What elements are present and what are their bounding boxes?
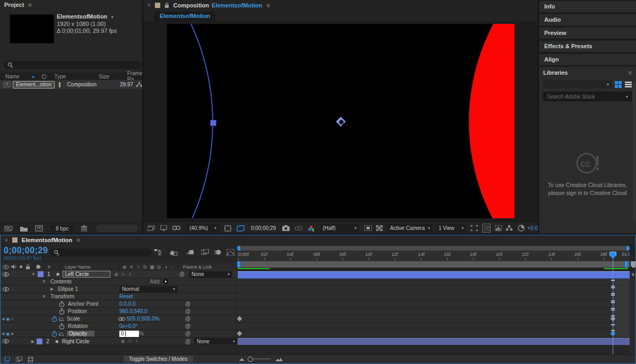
prop-row-position[interactable]: Position 960.0,540.0 @ bbox=[1, 308, 237, 315]
time-ruler[interactable]: 0:00f 02f 04f 06f 08f 10f 12f 14f 16f 18… bbox=[237, 251, 630, 262]
close-icon[interactable]: × bbox=[147, 2, 151, 8]
zoom-in-mountain-icon[interactable] bbox=[275, 357, 283, 362]
project-search-input[interactable] bbox=[4, 61, 141, 69]
playhead-line[interactable] bbox=[613, 251, 613, 354]
layer1-duration-bar[interactable] bbox=[238, 271, 630, 279]
expand-triangle[interactable]: ▼ bbox=[42, 294, 46, 299]
exposure-reset-icon[interactable] bbox=[482, 224, 491, 233]
position-value[interactable]: 960.0,540.0 bbox=[119, 308, 147, 314]
pickwhip-icon[interactable]: @ bbox=[185, 308, 190, 314]
mask-visibility-icon[interactable] bbox=[172, 226, 180, 231]
stopwatch-icon[interactable] bbox=[59, 301, 65, 307]
sidebar-scrollbar[interactable] bbox=[633, 83, 635, 220]
prop-row-anchor[interactable]: Anchor Point 0.0,0.0 @ bbox=[1, 300, 237, 308]
timeline-search-input[interactable] bbox=[50, 248, 152, 256]
opacity-edit-field[interactable]: 0 bbox=[119, 331, 139, 337]
next-keyframe-icon[interactable]: ▶ bbox=[11, 317, 14, 321]
quality-switch[interactable]: ⊕ bbox=[119, 339, 126, 344]
stopwatch-icon[interactable] bbox=[59, 323, 65, 330]
motion-blur-icon[interactable] bbox=[214, 249, 222, 255]
view-layout-dropdown[interactable]: 1 View▾ bbox=[436, 224, 467, 232]
panel-align[interactable]: Align bbox=[539, 54, 636, 65]
graph-toggle-icon[interactable] bbox=[59, 316, 64, 321]
project-table-header[interactable]: Name ▲ Type Size Frame Ra.. bbox=[0, 73, 142, 80]
flowchart-icon[interactable] bbox=[506, 225, 512, 231]
collapse-switch[interactable]: ☀ bbox=[126, 339, 133, 344]
collapse-switch[interactable]: ☀ bbox=[119, 272, 126, 277]
stopwatch-icon[interactable] bbox=[59, 308, 65, 315]
work-area-end[interactable] bbox=[625, 261, 628, 268]
path-vertex-handle[interactable] bbox=[210, 120, 216, 126]
add-button[interactable] bbox=[163, 279, 169, 285]
work-area-start[interactable] bbox=[237, 261, 240, 268]
zoom-dropdown[interactable]: (40.9%)▾ bbox=[187, 224, 219, 232]
reset-link[interactable]: Reset bbox=[119, 294, 133, 299]
shy-layers-icon[interactable] bbox=[186, 249, 194, 255]
pickwhip-icon[interactable]: @ bbox=[185, 323, 190, 329]
transparency-grid-icon[interactable] bbox=[376, 225, 383, 231]
pickwhip-icon[interactable]: @ bbox=[179, 271, 185, 277]
library-select-dropdown[interactable]: ▾ bbox=[543, 80, 612, 88]
next-keyframe-icon[interactable]: ▶ bbox=[11, 332, 14, 336]
always-preview-icon[interactable] bbox=[147, 225, 155, 231]
expand-triangle[interactable]: ▼ bbox=[31, 272, 36, 277]
panel-menu-icon[interactable]: ≡ bbox=[629, 69, 632, 76]
keyframe-toggle-icon[interactable]: ◆ bbox=[6, 331, 10, 336]
navigator-end-handle[interactable] bbox=[626, 246, 630, 251]
keyframe-toggle-icon[interactable]: ◆ bbox=[6, 316, 10, 322]
timeline-panel-header[interactable]: × ElementsofMotion ≡ bbox=[1, 235, 635, 245]
marker-icon[interactable] bbox=[630, 272, 635, 278]
timeline-zoom-knob[interactable] bbox=[248, 357, 253, 362]
prop-row-rotation[interactable]: Rotation 0x+0.0° @ bbox=[1, 323, 237, 330]
stopwatch-icon-active[interactable] bbox=[51, 331, 57, 337]
bpc-button[interactable]: 8 bpc bbox=[50, 225, 74, 232]
prop-row-transform[interactable]: ▼ Transform Reset bbox=[1, 293, 237, 300]
expand-layers-icon[interactable] bbox=[4, 357, 11, 362]
list-view-icon[interactable] bbox=[625, 82, 632, 87]
pickwhip-icon[interactable]: @ bbox=[185, 331, 190, 336]
navigator-start-handle[interactable] bbox=[237, 246, 240, 251]
grid-guides-icon[interactable] bbox=[224, 225, 231, 232]
eye-icon[interactable] bbox=[3, 272, 9, 277]
target-region-icon[interactable] bbox=[364, 225, 372, 231]
panel-info[interactable]: Info bbox=[539, 1, 636, 12]
composition-panel-header[interactable]: × Composition ElementsofMotion ≡ bbox=[143, 0, 538, 10]
expand-triangle[interactable]: ▶ bbox=[31, 339, 34, 344]
expand-render-icon[interactable] bbox=[28, 357, 33, 362]
panel-menu-icon[interactable]: ≡ bbox=[28, 0, 31, 10]
parent-dropdown[interactable]: None▾ bbox=[194, 338, 238, 344]
work-area-bar[interactable] bbox=[237, 261, 630, 268]
new-composition-icon[interactable] bbox=[35, 225, 43, 232]
layer-color-swatch[interactable] bbox=[37, 339, 42, 344]
time-navigator[interactable] bbox=[237, 246, 630, 251]
project-panel-header[interactable]: Project ≡ bbox=[0, 0, 142, 10]
project-item-name[interactable]: ElementsofMotion ▾ bbox=[57, 13, 117, 21]
eye-icon[interactable] bbox=[3, 287, 9, 291]
frame-blending-icon[interactable] bbox=[201, 249, 209, 255]
primary-viewer-icon[interactable] bbox=[160, 225, 167, 231]
panel-preview[interactable]: Preview bbox=[539, 28, 636, 39]
expand-in-out-icon[interactable] bbox=[16, 357, 22, 362]
blend-mode-dropdown[interactable]: Normal▾ bbox=[119, 286, 178, 292]
stopwatch-icon-active[interactable] bbox=[51, 316, 57, 322]
close-icon[interactable]: × bbox=[5, 237, 8, 243]
timeline-vscrollbar[interactable] bbox=[630, 271, 635, 354]
exposure-icon[interactable] bbox=[518, 225, 525, 232]
panel-menu-icon[interactable]: ≡ bbox=[76, 237, 80, 243]
anchor-point-gizmo[interactable] bbox=[336, 117, 346, 127]
panel-audio[interactable]: Audio bbox=[539, 14, 636, 25]
composition-mini-flowchart-icon[interactable] bbox=[154, 249, 162, 256]
parent-dropdown[interactable]: None▾ bbox=[189, 271, 232, 278]
toggle-switches-button[interactable]: Toggle Switches / Modes bbox=[124, 356, 193, 362]
timeline-column-header[interactable]: # Layer Name ⊕ ☀ \ fx ▦ ◎ ◑ ◌ Parent & L… bbox=[1, 263, 237, 271]
layer-row-left-circle[interactable]: ▼ 1 ★ Left Circle ⊕ ☀ / @ None▾ bbox=[1, 271, 237, 278]
current-timecode[interactable]: 0;00;00;29 bbox=[4, 246, 48, 255]
resolution-dropdown[interactable]: (Half)▾ bbox=[320, 224, 359, 232]
histogram-icon[interactable] bbox=[495, 225, 502, 231]
trash-icon[interactable] bbox=[81, 225, 87, 232]
layer-color-swatch[interactable] bbox=[38, 271, 43, 277]
panel-menu-icon[interactable]: ≡ bbox=[266, 2, 269, 8]
layer2-duration-bar[interactable] bbox=[238, 338, 630, 345]
pickwhip-icon[interactable]: @ bbox=[185, 316, 190, 322]
prop-row-contents[interactable]: ▼ Contents Add: bbox=[1, 278, 237, 286]
